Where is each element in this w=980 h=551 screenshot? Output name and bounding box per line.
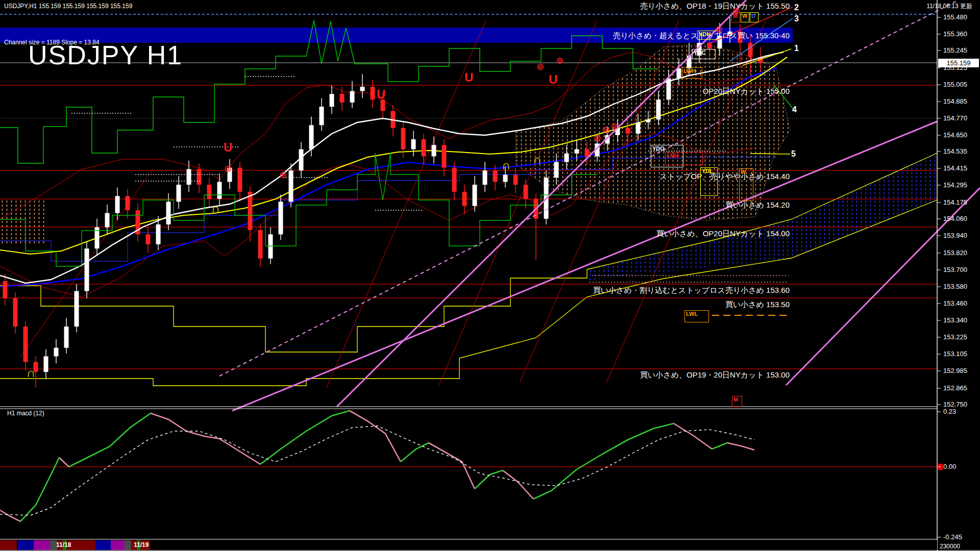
candle-body-bear	[13, 298, 18, 327]
macd-line	[260, 411, 350, 464]
candle-body-bull	[75, 291, 79, 327]
candle-body-bull	[85, 248, 89, 291]
ichimoku-cloud-orange	[516, 44, 790, 220]
candle-body-bull	[360, 87, 365, 91]
candle-body-bull	[309, 125, 314, 149]
timeline-segment	[95, 540, 111, 550]
candle-body-bull	[503, 175, 508, 182]
pink-channel-dashed	[219, 0, 959, 376]
candle-body-bear	[34, 362, 38, 372]
macd-line	[712, 443, 727, 449]
candle-body-bear	[238, 168, 242, 192]
candle-body-bear	[422, 139, 426, 156]
candle-body-bull	[268, 234, 273, 258]
candle-body-bull	[217, 182, 222, 198]
candle-body-bull	[656, 99, 661, 119]
candle-body-bull	[636, 122, 641, 134]
candle-body-bull	[320, 107, 324, 125]
candle-body-bull	[44, 356, 48, 372]
timeline-segment	[34, 540, 50, 550]
candle-body-bear	[146, 234, 151, 244]
candle-body-bull	[105, 213, 110, 228]
timeline-bar[interactable]: 11/1811/19	[0, 540, 937, 550]
candle-body-bear	[748, 43, 753, 57]
candle-body-bear	[738, 32, 743, 43]
macd-line	[69, 413, 151, 467]
candle-body-bear	[371, 87, 375, 99]
macd-line	[429, 443, 475, 489]
macd-signal-line	[0, 426, 754, 515]
macd-line	[401, 443, 429, 462]
candle-body-bear	[462, 192, 467, 206]
candle-body-bull	[411, 139, 416, 149]
macd-line	[151, 413, 260, 464]
candle-body-bull	[565, 154, 569, 162]
candle-body-bear	[585, 149, 590, 157]
macd-line	[727, 443, 754, 450]
timeline-date-label: 11/18	[56, 541, 71, 548]
candle-body-bear	[340, 94, 345, 103]
candle-body-bull	[166, 202, 171, 224]
candle-body-bear	[493, 170, 498, 182]
candle-body-bear	[126, 196, 130, 210]
candle-body-bull	[279, 202, 283, 234]
candle-body-bear	[513, 175, 518, 185]
candle-body-bear	[381, 99, 385, 111]
macd-line	[503, 470, 533, 499]
candle-body-bull	[718, 36, 722, 48]
candle-body-bull	[575, 149, 579, 154]
candle-body-bear	[3, 281, 8, 298]
macd-line	[59, 458, 69, 467]
candle-body-bull	[483, 170, 487, 185]
candle-body-bull	[177, 185, 181, 202]
candle-body-bear	[258, 230, 263, 259]
green-channel-lower	[0, 153, 597, 266]
macd-line	[0, 510, 20, 521]
macd-line	[20, 458, 59, 521]
candle-body-bear	[401, 128, 406, 149]
chart-canvas[interactable]	[0, 0, 980, 551]
timeline-segment	[18, 540, 34, 550]
timeline-segment	[111, 540, 125, 550]
candle-body-bear	[207, 185, 212, 199]
candle-body-bull	[228, 168, 232, 182]
macd-line	[533, 423, 674, 499]
candle-body-bull	[473, 185, 477, 206]
macd-line	[674, 423, 712, 449]
ichimoku-cloud-orange-left	[0, 200, 47, 244]
candle-body-bull	[156, 224, 161, 244]
candle-body-bear	[707, 43, 712, 48]
candle-body-bear	[452, 168, 457, 192]
candle-body-bull	[646, 119, 651, 122]
candle-body-bull	[54, 348, 59, 357]
candle-body-bull	[350, 91, 355, 103]
macd-line	[350, 411, 401, 462]
candle-body-bear	[248, 192, 253, 230]
candle-body-bear	[524, 185, 528, 199]
candle-body-bear	[197, 169, 202, 185]
timeline-segment	[125, 540, 131, 550]
sell-zone-banner	[0, 28, 793, 43]
candle-body-bull	[187, 169, 191, 185]
candle-body-bear	[442, 145, 447, 167]
candle-body-bull	[554, 162, 559, 178]
timeline-segment	[0, 540, 17, 550]
candle-body-bull	[115, 196, 120, 213]
candle-body-bull	[677, 68, 681, 78]
candle-body-bull	[432, 145, 436, 156]
leader-line	[750, 154, 790, 154]
candle-body-bull	[330, 94, 334, 107]
candle-body-bull	[289, 170, 293, 202]
candle-body-bear	[626, 128, 630, 134]
candle-body-bull	[64, 327, 69, 348]
timeline-date-label: 11/19	[134, 541, 149, 548]
candle-body-bear	[23, 327, 28, 362]
trading-chart-window: USDJPY H1 USDJPY,H1 155.159 155.159 155.…	[0, 0, 980, 551]
